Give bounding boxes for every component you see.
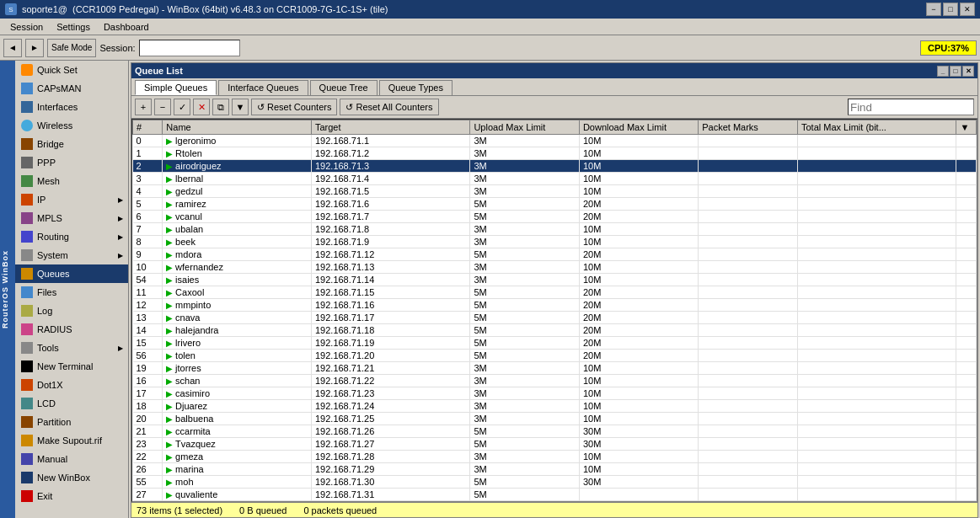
table-row[interactable]: 5 ▶ ramirez 192.168.71.6 5M 20M — [133, 198, 977, 211]
menu-session[interactable]: Session — [3, 20, 50, 34]
sidebar-item-interfaces[interactable]: Interfaces — [15, 98, 128, 116]
sidebar-item-wireless[interactable]: Wireless — [15, 116, 128, 135]
sidebar-item-tools[interactable]: Tools ▶ — [15, 339, 128, 357]
sidebar-item-log[interactable]: Log — [15, 302, 128, 320]
safe-mode-button[interactable]: Safe Mode — [47, 39, 96, 57]
sidebar-item-new-winbox[interactable]: New WinBox — [15, 468, 128, 487]
col-header-download[interactable]: Download Max Limit — [579, 120, 698, 135]
table-row[interactable]: 4 ▶ gedzul 192.168.71.5 3M 10M — [133, 185, 977, 198]
table-row[interactable]: 19 ▶ jtorres 192.168.71.21 3M 10M — [133, 362, 977, 375]
table-row[interactable]: 11 ▶ Caxool 192.168.71.15 5M 20M — [133, 286, 977, 299]
table-row[interactable]: 2 ▶ airodriguez 192.168.71.3 3M 10M — [133, 160, 977, 173]
ppp-icon — [20, 156, 34, 169]
table-row[interactable]: 22 ▶ gmeza 192.168.71.28 3M 10M — [133, 451, 977, 463]
table-row[interactable]: 6 ▶ vcanul 192.168.71.7 5M 20M — [133, 211, 977, 223]
table-row[interactable]: 21 ▶ ccarmita 192.168.71.26 5M 30M — [133, 425, 977, 438]
reset-all-counters-button[interactable]: ↺ Reset All Counters — [340, 99, 438, 115]
col-header-upload[interactable]: Upload Max Limit — [470, 120, 580, 135]
table-row[interactable]: 16 ▶ schan 192.168.71.22 3M 10M — [133, 375, 977, 387]
enable-button[interactable]: ✓ — [174, 99, 190, 115]
cell-upload: 3M — [470, 375, 580, 387]
cell-total — [797, 476, 956, 489]
table-row[interactable]: 55 ▶ moh 192.168.71.30 5M 30M — [133, 476, 977, 489]
remove-button[interactable]: − — [154, 99, 171, 115]
table-row[interactable]: 56 ▶ tolen 192.168.71.20 5M 20M — [133, 350, 977, 362]
sidebar-item-queues[interactable]: Queues — [15, 264, 128, 283]
table-row[interactable]: 0 ▶ lgeronimo 192.168.71.1 3M 10M — [133, 135, 977, 147]
queue-table-container[interactable]: # Name Target Upload Max Limit Download … — [131, 119, 977, 502]
cell-target: 192.168.71.28 — [311, 451, 469, 463]
window-maximize-btn[interactable]: □ — [950, 66, 961, 77]
sidebar-item-ppp[interactable]: PPP — [15, 153, 128, 172]
sidebar-item-system[interactable]: System ▶ — [15, 246, 128, 264]
table-row[interactable]: 54 ▶ isaies 192.168.71.14 3M 10M — [133, 274, 977, 286]
cell-num: 0 — [133, 135, 163, 147]
close-button[interactable]: ✕ — [960, 3, 975, 16]
col-header-packet[interactable]: Packet Marks — [699, 120, 798, 135]
sidebar-item-mesh[interactable]: Mesh — [15, 172, 128, 190]
table-row[interactable]: 14 ▶ halejandra 192.168.71.18 5M 20M — [133, 324, 977, 337]
cell-num: 6 — [133, 211, 163, 223]
table-row[interactable]: 7 ▶ ubalan 192.168.71.8 3M 10M — [133, 223, 977, 236]
sidebar-item-dot1x[interactable]: Dot1X — [15, 376, 128, 394]
menu-settings[interactable]: Settings — [50, 20, 97, 34]
tab-queue-tree[interactable]: Queue Tree — [310, 80, 378, 95]
table-row[interactable]: 18 ▶ Djuarez 192.168.71.24 3M 10M — [133, 400, 977, 413]
find-input[interactable] — [848, 99, 974, 115]
cell-packet — [699, 489, 798, 501]
table-row[interactable]: 20 ▶ balbuena 192.168.71.25 3M 10M — [133, 413, 977, 425]
cell-packet — [699, 223, 798, 236]
col-header-target[interactable]: Target — [311, 120, 469, 135]
back-button[interactable]: ◄ — [3, 39, 22, 57]
minimize-button[interactable]: − — [926, 3, 941, 16]
copy-button[interactable]: ⧉ — [212, 99, 229, 115]
sidebar-item-files[interactable]: Files — [15, 283, 128, 302]
maximize-button[interactable]: □ — [943, 3, 958, 16]
col-header-more[interactable]: ▼ — [956, 120, 977, 135]
col-header-num[interactable]: # — [133, 120, 163, 135]
sidebar-item-partition[interactable]: Partition — [15, 413, 128, 431]
menu-dashboard[interactable]: Dashboard — [97, 20, 156, 34]
tab-simple-queues[interactable]: Simple Queues — [135, 80, 217, 95]
sidebar-label-log: Log — [37, 306, 52, 316]
tab-interface-queues[interactable]: Interface Queues — [218, 80, 308, 95]
cell-packet — [699, 198, 798, 211]
sidebar-item-mpls[interactable]: MPLS ▶ — [15, 209, 128, 227]
table-row[interactable]: 3 ▶ lbernal 192.168.71.4 3M 10M — [133, 173, 977, 185]
table-row[interactable]: 1 ▶ Rtolen 192.168.71.2 3M 10M — [133, 147, 977, 160]
table-row[interactable]: 26 ▶ marina 192.168.71.29 3M 10M — [133, 463, 977, 476]
table-row[interactable]: 23 ▶ Tvazquez 192.168.71.27 5M 30M — [133, 438, 977, 451]
sidebar-item-manual[interactable]: Manual — [15, 450, 128, 468]
sidebar-item-radius[interactable]: RADIUS — [15, 320, 128, 339]
sidebar-item-lcd[interactable]: LCD — [15, 394, 128, 413]
forward-button[interactable]: ► — [25, 39, 44, 57]
table-row[interactable]: 27 ▶ quvaliente 192.168.71.31 5M — [133, 489, 977, 501]
session-input[interactable] — [139, 40, 240, 56]
table-row[interactable]: 9 ▶ mdora 192.168.71.12 5M 20M — [133, 248, 977, 261]
table-row[interactable]: 10 ▶ wfernandez 192.168.71.13 3M 10M — [133, 261, 977, 274]
sidebar-item-exit[interactable]: Exit — [15, 487, 128, 505]
filter-button[interactable]: ▼ — [232, 99, 249, 115]
col-header-name[interactable]: Name — [163, 120, 312, 135]
tab-queue-types[interactable]: Queue Types — [379, 80, 453, 95]
sidebar-item-routing[interactable]: Routing ▶ — [15, 227, 128, 246]
table-row[interactable]: 13 ▶ cnava 192.168.71.17 5M 20M — [133, 312, 977, 324]
disable-button[interactable]: ✕ — [193, 99, 210, 115]
sidebar-item-ip[interactable]: IP ▶ — [15, 190, 128, 209]
window-close-btn[interactable]: ✕ — [962, 66, 974, 77]
sidebar-item-capsman[interactable]: CAPsMAN — [15, 79, 128, 98]
sidebar-item-new-terminal[interactable]: New Terminal — [15, 357, 128, 376]
reset-counters-button[interactable]: ↺ Reset Counters — [251, 99, 337, 115]
sidebar-item-make-supout[interactable]: Make Supout.rif — [15, 431, 128, 450]
table-row[interactable]: 15 ▶ lrivero 192.168.71.19 5M 20M — [133, 337, 977, 350]
table-row[interactable]: 17 ▶ casimiro 192.168.71.23 3M 10M — [133, 387, 977, 400]
table-row[interactable]: 12 ▶ mmpinto 192.168.71.16 5M 20M — [133, 299, 977, 312]
cell-download: 10M — [579, 451, 698, 463]
table-row[interactable]: 8 ▶ beek 192.168.71.9 3M 10M — [133, 236, 977, 248]
cell-total — [797, 324, 956, 337]
sidebar-item-bridge[interactable]: Bridge — [15, 135, 128, 153]
col-header-total[interactable]: Total Max Limit (bit... — [797, 120, 956, 135]
add-button[interactable]: + — [135, 99, 152, 115]
window-minimize-btn[interactable]: _ — [937, 66, 949, 77]
sidebar-item-quick-set[interactable]: Quick Set — [15, 61, 128, 79]
